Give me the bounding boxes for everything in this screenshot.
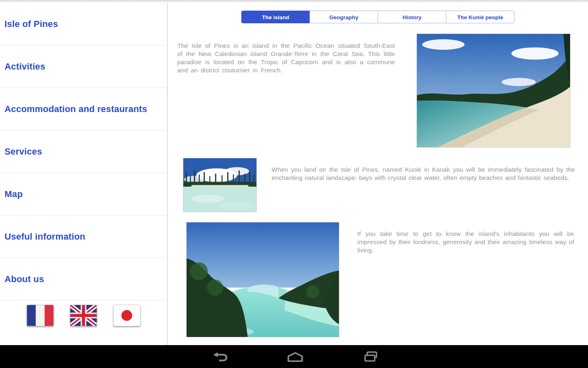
sidebar-item-label: Accommodation and restaurants xyxy=(4,104,147,114)
french-flag-icon[interactable] xyxy=(27,305,54,326)
language-selector xyxy=(0,305,167,326)
landscape-paragraph: When you land on the Isle of Pines, name… xyxy=(272,166,575,182)
sidebar-item-isle-of-pines[interactable]: Isle of Pines xyxy=(0,3,167,45)
android-nav-bar xyxy=(0,345,588,368)
sidebar-divider xyxy=(167,3,168,345)
back-button[interactable] xyxy=(202,345,239,368)
sidebar-item-about-us[interactable]: About us xyxy=(0,258,167,301)
sidebar-item-accommodation[interactable]: Accommodation and restaurants xyxy=(0,88,167,130)
river-channel-photo xyxy=(186,222,339,337)
sidebar-item-activities[interactable]: Activities xyxy=(0,45,167,88)
tab-kunie-people[interactable]: The Kunié people xyxy=(446,11,514,23)
app-screen: Isle of Pines Activities Accommodation a… xyxy=(0,0,588,368)
back-icon xyxy=(212,351,229,362)
tab-the-island[interactable]: The island xyxy=(241,11,310,23)
sidebar-item-label: Isle of Pines xyxy=(4,19,58,29)
recents-icon xyxy=(363,351,379,362)
sidebar-item-label: About us xyxy=(4,274,44,285)
intro-paragraph: The Isle of Pines is an island in the Pa… xyxy=(177,42,395,74)
inhabitants-paragraph: If you take time to get to know the isla… xyxy=(357,230,574,254)
sidebar-item-map[interactable]: Map xyxy=(0,173,167,215)
pine-lagoon-photo xyxy=(183,158,257,212)
uk-flag-graphic xyxy=(70,305,97,326)
sidebar-item-label: Services xyxy=(4,146,42,157)
beach-bay-graphic xyxy=(417,34,570,147)
tab-history[interactable]: History xyxy=(378,11,446,23)
uk-flag-icon[interactable] xyxy=(70,305,97,326)
home-button[interactable] xyxy=(277,345,314,368)
sidebar-item-label: Activities xyxy=(4,61,45,72)
sidebar: Isle of Pines Activities Accommodation a… xyxy=(0,3,167,345)
home-icon xyxy=(287,351,304,362)
tab-geography[interactable]: Geography xyxy=(310,11,378,23)
beach-bay-photo xyxy=(416,34,570,148)
sidebar-item-label: Useful information xyxy=(4,231,85,242)
french-flag-graphic xyxy=(27,305,53,326)
recents-button[interactable] xyxy=(352,345,389,368)
river-channel-graphic xyxy=(187,222,339,337)
japan-flag-icon[interactable] xyxy=(113,305,140,326)
top-shadow-strip xyxy=(0,0,588,3)
japan-flag-graphic xyxy=(114,305,140,326)
content-tab-bar: The island Geography History The Kunié p… xyxy=(241,11,514,23)
sidebar-item-services[interactable]: Services xyxy=(0,130,167,173)
sidebar-item-label: Map xyxy=(4,189,23,200)
sidebar-item-useful-information[interactable]: Useful information xyxy=(0,215,167,258)
pine-lagoon-graphic xyxy=(183,158,256,212)
